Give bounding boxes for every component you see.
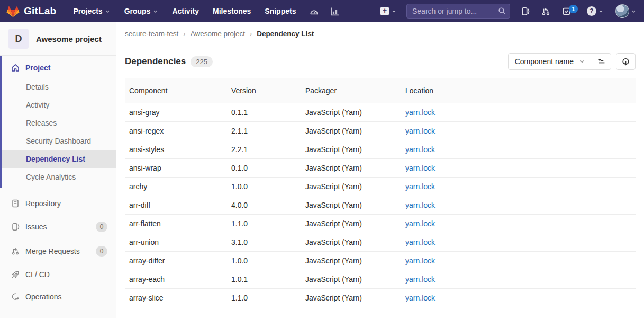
user-menu[interactable] <box>615 4 637 18</box>
location-link[interactable]: yarn.lock <box>405 238 435 246</box>
sort-field-dropdown[interactable]: Component name <box>508 53 592 70</box>
sidebar-item-details[interactable]: Details <box>2 78 116 96</box>
location-link[interactable]: yarn.lock <box>405 201 435 209</box>
charts-icon[interactable] <box>330 7 339 16</box>
packager-cell: JavaScript (Yarn) <box>301 103 401 122</box>
dependency-table: ComponentVersionPackagerLocation ansi-gr… <box>125 78 636 307</box>
packager-cell: JavaScript (Yarn) <box>301 196 401 215</box>
location-cell: yarn.lock <box>401 159 636 178</box>
todo-count-badge: 1 <box>569 5 578 13</box>
sidebar-item-activity[interactable]: Activity <box>2 96 116 114</box>
table-row: array-each1.0.1JavaScript (Yarn)yarn.loc… <box>125 270 636 289</box>
sidebar-item-label: Issues <box>25 223 47 231</box>
location-cell: yarn.lock <box>401 178 636 196</box>
location-cell: yarn.lock <box>401 140 636 159</box>
table-row: arr-diff4.0.0JavaScript (Yarn)yarn.lock <box>125 196 636 215</box>
sidebar-item-label: Project <box>25 64 50 72</box>
location-link[interactable]: yarn.lock <box>405 219 435 228</box>
sort-control-group: Component name <box>508 53 611 70</box>
project-context-header[interactable]: D Awesome project <box>0 22 116 56</box>
table-row: archy1.0.0JavaScript (Yarn)yarn.lock <box>125 178 636 196</box>
location-link[interactable]: yarn.lock <box>405 127 435 135</box>
issues-icon <box>11 223 20 231</box>
location-cell: yarn.lock <box>401 233 636 252</box>
location-link[interactable]: yarn.lock <box>405 164 435 172</box>
nav-link-groups[interactable]: Groups <box>124 7 159 15</box>
version-cell: 0.1.1 <box>227 103 301 122</box>
export-button[interactable] <box>616 53 636 70</box>
sort-lowest-icon <box>597 57 606 66</box>
breadcrumb-item-secure-team-test[interactable]: secure-team-test <box>125 30 178 38</box>
chevron-down-icon <box>631 8 637 14</box>
project-section: Project DetailsActivityReleasesSecurity … <box>0 56 116 188</box>
breadcrumb-separator: › <box>250 30 252 38</box>
wrench-icon <box>11 293 20 301</box>
sidebar-item-dependency-list[interactable]: Dependency List <box>2 150 116 168</box>
location-cell: yarn.lock <box>401 252 636 270</box>
component-cell: archy <box>125 178 227 196</box>
table-row: ansi-regex2.1.1JavaScript (Yarn)yarn.loc… <box>125 122 636 140</box>
packager-cell: JavaScript (Yarn) <box>301 140 401 159</box>
merge-requests-nav-icon[interactable] <box>541 7 550 16</box>
sidebar-item-merge-requests[interactable]: Merge Requests0 <box>0 239 116 263</box>
breadcrumb-item-dependency-list: Dependency List <box>257 30 314 38</box>
count-badge: 0 <box>96 222 107 232</box>
dashboard-icon[interactable] <box>310 7 319 16</box>
table-row: ansi-wrap0.1.0JavaScript (Yarn)yarn.lock <box>125 159 636 178</box>
sidebar-item-project[interactable]: Project <box>2 58 116 78</box>
component-cell: array-each <box>125 270 227 289</box>
sidebar-item-cycle-analytics[interactable]: Cycle Analytics <box>2 168 116 186</box>
component-cell: ansi-regex <box>125 122 227 140</box>
sidebar-item-security-dashboard[interactable]: Security Dashboard <box>2 132 116 150</box>
component-cell: ansi-styles <box>125 140 227 159</box>
version-cell: 4.0.0 <box>227 196 301 215</box>
sidebar-item-operations[interactable]: Operations <box>0 286 116 308</box>
location-link[interactable]: yarn.lock <box>405 275 435 284</box>
count-badge: 0 <box>96 246 107 257</box>
sidebar-item-label: Merge Requests <box>25 247 80 255</box>
location-link[interactable]: yarn.lock <box>405 257 435 265</box>
nav-link-activity[interactable]: Activity <box>172 7 199 15</box>
sidebar-item-releases[interactable]: Releases <box>2 114 116 132</box>
nav-link-snippets[interactable]: Snippets <box>265 7 296 15</box>
sidebar-item-label: CI / CD <box>25 270 50 279</box>
sort-direction-button[interactable] <box>592 53 611 70</box>
breadcrumb-separator: › <box>183 30 185 38</box>
nav-link-milestones[interactable]: Milestones <box>213 7 251 15</box>
new-menu-button[interactable]: + <box>380 7 397 15</box>
packager-cell: JavaScript (Yarn) <box>301 289 401 307</box>
column-header-component: Component <box>125 78 227 103</box>
table-row: array-slice1.1.0JavaScript (Yarn)yarn.lo… <box>125 289 636 307</box>
nav-link-projects[interactable]: Projects <box>73 7 110 15</box>
location-link[interactable]: yarn.lock <box>405 182 435 191</box>
table-row: ansi-gray0.1.1JavaScript (Yarn)yarn.lock <box>125 103 636 122</box>
location-cell: yarn.lock <box>401 270 636 289</box>
gitlab-logo[interactable]: GitLab <box>6 5 56 17</box>
location-cell: yarn.lock <box>401 289 636 307</box>
sidebar: D Awesome project Project DetailsActivit… <box>0 22 116 318</box>
dependency-count-badge: 225 <box>191 56 213 67</box>
location-link[interactable]: yarn.lock <box>405 294 435 302</box>
issues-nav-icon[interactable] <box>521 7 530 16</box>
location-link[interactable]: yarn.lock <box>405 108 435 117</box>
sidebar-item-ci-cd[interactable]: CI / CD <box>0 263 116 286</box>
home-icon <box>11 64 20 72</box>
plus-icon: + <box>380 7 389 15</box>
todos-nav-icon[interactable]: 1 <box>562 7 571 16</box>
search-input[interactable] <box>406 4 510 19</box>
table-row: arr-flatten1.1.0JavaScript (Yarn)yarn.lo… <box>125 215 636 233</box>
page-title: Dependencies <box>125 56 186 67</box>
main-nav: ProjectsGroupsActivityMilestonesSnippets <box>73 7 310 15</box>
sidebar-item-label: Operations <box>25 293 61 301</box>
packager-cell: JavaScript (Yarn) <box>301 270 401 289</box>
location-link[interactable]: yarn.lock <box>405 145 435 154</box>
version-cell: 2.1.1 <box>227 122 301 140</box>
search-icon <box>498 7 506 17</box>
component-cell: array-differ <box>125 252 227 270</box>
sidebar-item-issues[interactable]: Issues0 <box>0 215 116 239</box>
sidebar-item-repository[interactable]: Repository <box>0 192 116 215</box>
breadcrumb-item-awesome-project[interactable]: Awesome project <box>191 30 245 38</box>
column-header-location: Location <box>401 78 636 103</box>
help-menu[interactable]: ? <box>587 6 604 16</box>
component-cell: ansi-wrap <box>125 159 227 178</box>
